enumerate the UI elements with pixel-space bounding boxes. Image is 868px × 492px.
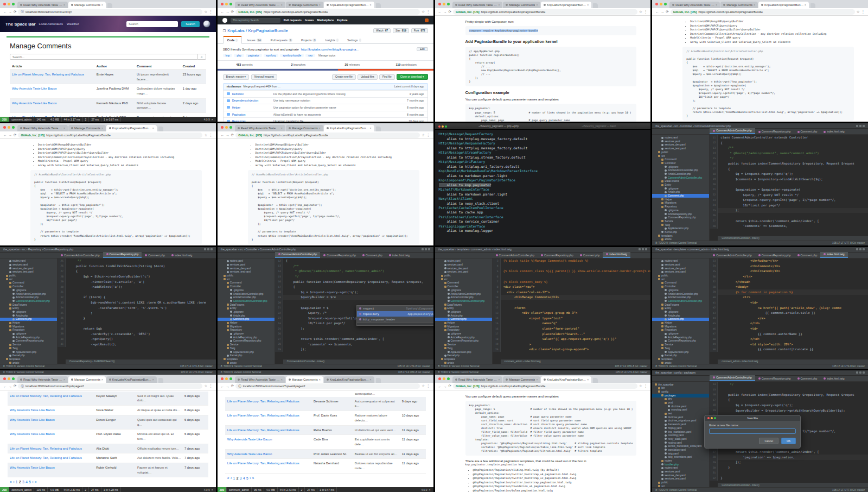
file-action-button[interactable]: Find file <box>379 74 395 80</box>
browser-tab[interactable]: KnpLabs/KnpPaginatorBundl…× <box>324 2 374 8</box>
new-pull-request-button[interactable]: New pull request <box>251 74 277 80</box>
pagination-link[interactable]: 5 <box>246 476 248 480</box>
tree-item[interactable]: Helper <box>652 321 709 325</box>
file-row[interactable]: PaginationAllow isSorted() to have no ar… <box>224 111 427 118</box>
tree-item[interactable]: services.yaml <box>652 470 709 474</box>
back-icon[interactable]: ← <box>438 10 442 14</box>
reload-icon[interactable]: ⟳ <box>449 384 451 388</box>
back-icon[interactable]: ← <box>3 384 7 388</box>
new-tab-button[interactable] <box>158 127 163 131</box>
tree-item[interactable]: services_dev.yaml <box>435 267 492 270</box>
reload-icon[interactable]: ⟳ <box>14 384 16 388</box>
tree-item[interactable]: services_dev.yaml <box>652 474 709 477</box>
tree-item[interactable]: routes.yaml <box>652 466 709 470</box>
tree-item[interactable]: doctrine_migrations.yaml <box>652 419 709 423</box>
avatar[interactable] <box>203 20 210 28</box>
repo-action-button[interactable]: Fork872 <box>411 28 428 33</box>
browser-menu-icon[interactable]: ⋮ <box>426 10 430 14</box>
repo-tab[interactable]: Insights <box>321 37 342 43</box>
browser-tab[interactable]: Read Why Asteroids Taste L…× <box>452 376 503 383</box>
back-icon[interactable]: ← <box>655 10 659 14</box>
file-action-button[interactable]: Upload files <box>358 74 378 80</box>
tree-item[interactable]: Repository <box>435 329 492 332</box>
ide-breadcrumb[interactable]: the_spacebar › templates › comment_admin… <box>438 248 512 251</box>
tree-item[interactable]: framework.yaml <box>652 422 709 426</box>
tree-item[interactable]: routes.yaml <box>218 260 275 263</box>
comments-search-input[interactable] <box>10 54 197 60</box>
tree-item[interactable]: Helper <box>435 321 492 325</box>
tree-item[interactable]: CommentRepository.php <box>218 339 275 343</box>
editor-tab[interactable]: index.html.twig <box>820 376 847 381</box>
browser-tab[interactable]: Read Why Asteroids Taste L…× <box>17 376 68 383</box>
toolbar-panel[interactable]: 44 in 2.43 ms <box>278 487 299 492</box>
article-link[interactable]: Life on Planet Mercury: Tan, Relaxing an… <box>227 428 299 432</box>
reload-icon[interactable]: ⟳ <box>231 384 234 388</box>
repo-stat[interactable]: 119 contributors <box>379 61 433 68</box>
forward-icon[interactable]: → <box>9 133 12 137</box>
tree-item[interactable]: translation.yaml <box>652 448 709 452</box>
tree-item[interactable]: Service <box>218 343 275 346</box>
toolbar-panel[interactable]: 200 <box>218 487 227 492</box>
github-nav-link[interactable]: Issues <box>305 18 314 22</box>
toolbar-panel[interactable]: 4.0 MB <box>48 487 61 492</box>
tree-item[interactable]: services.yaml <box>435 263 492 267</box>
new-tab-button[interactable] <box>810 3 815 8</box>
toolbar-close-icon[interactable]: × <box>429 488 431 491</box>
commit-message-link[interactable]: Use paginator option for direction param… <box>273 106 405 109</box>
tree-item[interactable]: .gitignore <box>0 288 57 292</box>
new-file-name-input[interactable] <box>709 428 796 434</box>
tree-item[interactable]: ArticleAdminController.php <box>0 292 57 296</box>
tree-item[interactable]: CommentAdminController.php <box>0 299 57 303</box>
window-controls[interactable] <box>219 375 235 383</box>
site-info-icon[interactable]: ⓘ <box>21 10 24 14</box>
forward-icon[interactable]: → <box>226 10 229 14</box>
tree-item[interactable]: Repository <box>652 205 709 209</box>
repo-tab[interactable]: Issues94 <box>243 37 266 43</box>
article-link[interactable]: Why Asteroids Taste Like Bacon <box>12 102 57 105</box>
autocomplete-item[interactable]: requestSymfony\Component\HttpFoundation… <box>357 306 433 311</box>
ide-toolbar-icons[interactable] <box>639 248 647 250</box>
code-block-appkernel[interactable]: // app/AppKernel.php public function reg… <box>465 47 637 86</box>
toolbar-panel[interactable]: 2 <box>83 117 90 122</box>
tree-item[interactable]: packages <box>652 394 709 398</box>
bookmark-star-icon[interactable]: ☆ <box>639 384 642 388</box>
browser-menu-icon[interactable]: ⋮ <box>209 10 213 14</box>
tree-item[interactable]: Migrations <box>218 325 275 329</box>
tree-item[interactable]: Repository <box>218 329 275 332</box>
editor[interactable]: 25 */26 public function findAllWithSearc… <box>58 258 216 364</box>
tree-item[interactable]: ArticleController.php <box>435 295 492 299</box>
tree-item[interactable]: config <box>652 390 709 394</box>
repo-stat[interactable]: 483 commits <box>218 61 271 68</box>
bookmark-star-icon[interactable]: ☆ <box>204 10 207 14</box>
window-controls[interactable] <box>219 123 235 131</box>
tree-item[interactable]: templates <box>652 234 709 238</box>
tree-item[interactable]: Command <box>0 281 57 285</box>
tree-item[interactable]: .gitignore <box>435 310 492 314</box>
tree-item[interactable]: src <box>0 277 57 281</box>
forward-icon[interactable]: → <box>226 133 229 137</box>
tree-item[interactable]: ArticleController.php <box>652 295 709 299</box>
article-link[interactable]: Life on Planet Mercury: Tan, Relaxing an… <box>227 400 299 403</box>
pagination-link[interactable]: 1 <box>16 480 18 484</box>
tree-item[interactable]: Controller <box>0 285 57 288</box>
address-bar[interactable]: ⓘlocalhost:8000/admin/comment?q=&page=2 <box>18 383 202 389</box>
editor-tab[interactable]: CommentRepository.php <box>538 253 577 258</box>
code-block-config-full[interactable]: knp_paginator: page_range: 5 # number of… <box>465 401 637 456</box>
pagination-link[interactable]: » <box>252 476 254 480</box>
editor-breadcrumbs[interactable]: comment_admin › index.html.twig <box>718 359 868 364</box>
tree-item[interactable]: services_test.yaml <box>0 270 57 274</box>
editor-tab[interactable]: CommentRepository.php <box>103 252 142 258</box>
editor-tab[interactable]: index.html.twig <box>820 252 847 258</box>
editor-tab[interactable]: index.html.twig <box>168 253 195 258</box>
pagination-link[interactable]: 5 <box>29 480 31 484</box>
forward-icon[interactable]: → <box>9 10 12 14</box>
article-link[interactable]: Life on Planet Mercury: Tan, Relaxing an… <box>10 456 82 459</box>
tree-item[interactable]: ArticleRepository.php <box>0 336 57 339</box>
topic-tag[interactable]: paginator <box>246 54 262 57</box>
toolbar-panel[interactable]: 2 <box>82 487 89 492</box>
tab-close-icon[interactable]: × <box>101 3 103 7</box>
tree-item[interactable]: .gitignore <box>652 165 709 169</box>
tree-item[interactable]: Twig <box>652 223 709 227</box>
back-icon[interactable]: ← <box>438 384 442 388</box>
tab-close-icon[interactable]: × <box>281 3 283 7</box>
